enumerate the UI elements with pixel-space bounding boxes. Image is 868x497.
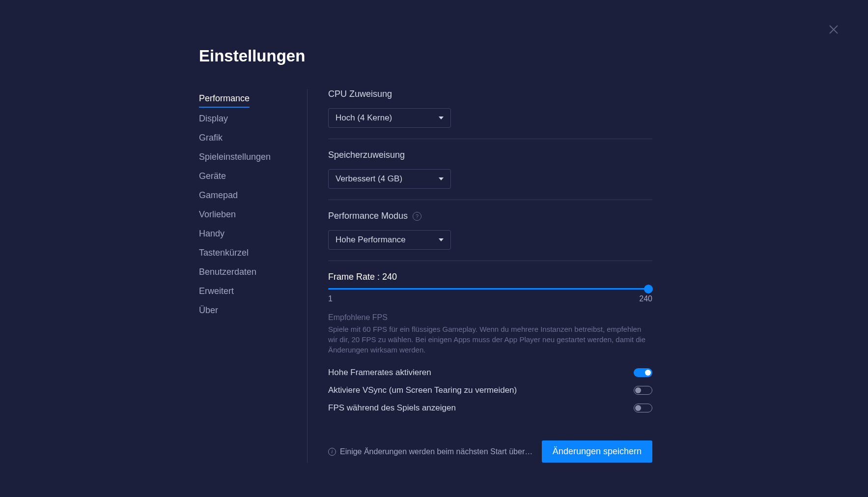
sidebar-item-tastenkuerzel[interactable]: Tastenkürzel	[199, 243, 292, 263]
slider-track	[328, 288, 652, 290]
vertical-divider	[307, 89, 308, 463]
page-title: Einstellungen	[199, 47, 712, 65]
help-icon[interactable]: ?	[413, 212, 421, 221]
chevron-down-icon	[439, 177, 444, 180]
close-button[interactable]	[829, 25, 839, 34]
memory-dropdown-value: Verbessert (4 GB)	[336, 174, 402, 184]
sidebar-item-vorlieben[interactable]: Vorlieben	[199, 205, 292, 224]
toggle-high-fps[interactable]	[634, 368, 652, 377]
perfmode-dropdown-value: Hohe Performance	[336, 235, 406, 245]
framerate-label-prefix: Frame Rate :	[328, 272, 382, 282]
close-icon	[829, 25, 839, 34]
toggle-knob	[635, 387, 641, 393]
sidebar-item-ueber[interactable]: Über	[199, 301, 292, 320]
framerate-min: 1	[328, 294, 333, 303]
toggle-knob	[635, 405, 641, 411]
toggle-vsync[interactable]	[634, 386, 652, 395]
sidebar-item-performance[interactable]: Performance	[199, 89, 250, 108]
cpu-dropdown[interactable]: Hoch (4 Kerne)	[328, 108, 451, 128]
cpu-label: CPU Zuweisung	[328, 89, 652, 99]
memory-dropdown[interactable]: Verbessert (4 GB)	[328, 169, 451, 189]
save-button[interactable]: Änderungen speichern	[542, 440, 652, 463]
sidebar-item-geraete[interactable]: Geräte	[199, 167, 292, 186]
sidebar-item-gamepad[interactable]: Gamepad	[199, 186, 292, 205]
fps-hint-title: Empfohlene FPS	[328, 313, 652, 322]
framerate-max: 240	[639, 294, 652, 303]
perfmode-label-text: Performance Modus	[328, 211, 408, 221]
toggle-show-fps-label: FPS während des Spiels anzeigen	[328, 403, 456, 413]
chevron-down-icon	[439, 117, 444, 119]
sidebar-item-erweitert[interactable]: Erweitert	[199, 282, 292, 301]
info-text: Einige Änderungen werden beim nächsten S…	[340, 447, 537, 456]
perfmode-dropdown[interactable]: Hohe Performance	[328, 230, 451, 250]
sidebar-item-benutzerdaten[interactable]: Benutzerdaten	[199, 263, 292, 282]
toggle-vsync-label: Aktiviere VSync (um Screen Tearing zu ve…	[328, 385, 517, 395]
toggle-high-fps-label: Hohe Framerates aktivieren	[328, 368, 431, 378]
slider-thumb[interactable]	[644, 285, 653, 293]
cpu-dropdown-value: Hoch (4 Kerne)	[336, 113, 392, 123]
info-icon: i	[328, 448, 336, 456]
fps-hint-text: Spiele mit 60 FPS für ein flüssiges Game…	[328, 324, 652, 355]
toggle-knob	[645, 370, 651, 376]
sidebar-item-display[interactable]: Display	[199, 109, 292, 128]
memory-label: Speicherzuweisung	[328, 150, 652, 160]
settings-main: CPU Zuweisung Hoch (4 Kerne) Speicherzuw…	[328, 89, 652, 463]
chevron-down-icon	[439, 238, 444, 241]
sidebar-item-spieleinstellungen[interactable]: Spieleinstellungen	[199, 147, 292, 167]
sidebar-item-handy[interactable]: Handy	[199, 224, 292, 243]
framerate-label: Frame Rate : 240	[328, 272, 652, 282]
perfmode-label: Performance Modus ?	[328, 211, 652, 221]
framerate-value: 240	[382, 272, 397, 282]
toggle-show-fps[interactable]	[634, 404, 652, 412]
framerate-slider[interactable]	[328, 288, 652, 290]
info-message: i Einige Änderungen werden beim nächsten…	[328, 447, 537, 456]
sidebar-item-grafik[interactable]: Grafik	[199, 128, 292, 147]
settings-sidebar: Performance Display Grafik Spieleinstell…	[199, 89, 307, 463]
